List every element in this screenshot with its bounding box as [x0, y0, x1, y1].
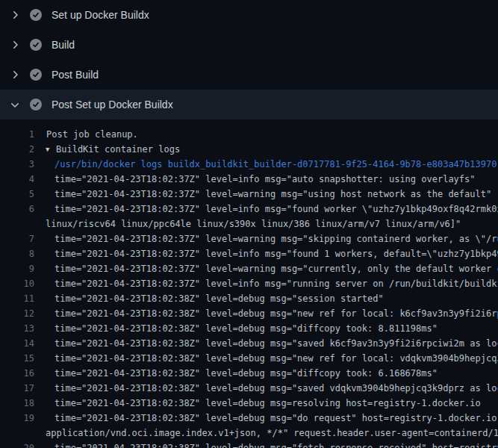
- log-area: 1 Post job cleanup. 2 ▼ BuildKit contain…: [0, 127, 498, 448]
- step-label: Post Set up Docker Buildx: [52, 99, 173, 111]
- line-number[interactable]: 7: [0, 231, 34, 246]
- line-number[interactable]: 1: [0, 127, 34, 142]
- step-row-set-up-docker-buildx[interactable]: Set up Docker Buildx: [0, 0, 498, 30]
- step-label: Build: [52, 39, 75, 51]
- log-line-text: time="2021-04-23T18:02:37Z" level=info m…: [55, 202, 498, 217]
- line-number[interactable]: 12: [0, 306, 34, 321]
- log-line: linux/riscv64 linux/ppc64le linux/s390x …: [0, 217, 498, 231]
- log-line: 13 time="2021-04-23T18:02:38Z" level=deb…: [0, 321, 498, 336]
- chevron-right-icon: [9, 9, 21, 21]
- log-line-text: time="2021-04-23T18:02:37Z" level=info m…: [55, 276, 498, 291]
- line-number[interactable]: 13: [0, 321, 34, 336]
- step-row-post-set-up-docker-buildx[interactable]: Post Set up Docker Buildx: [0, 90, 498, 119]
- log-line-text: time="2021-04-23T18:02:38Z" level=debug …: [55, 336, 498, 351]
- log-line-text: time="2021-04-23T18:02:37Z" level=warnin…: [55, 231, 498, 246]
- log-line-text: time="2021-04-23T18:02:38Z" level=debug …: [55, 306, 498, 321]
- check-circle-icon: [30, 9, 42, 21]
- log-line: 4 time="2021-04-23T18:02:37Z" level=info…: [0, 172, 498, 187]
- step-label: Post Build: [52, 69, 99, 81]
- log-line: 8 time="2021-04-23T18:02:37Z" level=info…: [0, 246, 498, 261]
- log-line: 15 time="2021-04-23T18:02:38Z" level=deb…: [0, 351, 498, 366]
- log-line-text: BuildKit container logs: [56, 142, 180, 157]
- log-line: 7 time="2021-04-23T18:02:37Z" level=warn…: [0, 231, 498, 246]
- log-line: 9 time="2021-04-23T18:02:37Z" level=warn…: [0, 261, 498, 276]
- log-line: 3 /usr/bin/docker logs buildx_buildkit_b…: [0, 157, 498, 172]
- line-number[interactable]: 10: [0, 276, 34, 291]
- step-row-post-build[interactable]: Post Build: [0, 60, 498, 90]
- log-line: 1 Post job cleanup.: [0, 127, 498, 142]
- log-line-text: time="2021-04-23T18:02:37Z" level=warnin…: [55, 261, 498, 276]
- log-line-text: time="2021-04-23T18:02:38Z" level=debug …: [55, 411, 498, 426]
- log-line-text: time="2021-04-23T18:02:38Z" level=debug …: [55, 366, 438, 381]
- chevron-right-icon: [9, 39, 21, 51]
- log-line: 17 time="2021-04-23T18:02:38Z" level=deb…: [0, 381, 498, 396]
- log-line-text: time="2021-04-23T18:02:38Z" level=debug …: [55, 381, 498, 396]
- step-label: Set up Docker Buildx: [52, 9, 149, 21]
- line-number[interactable]: 4: [0, 172, 34, 187]
- line-number[interactable]: 11: [0, 291, 34, 306]
- log-line: application/vnd.oci.image.index.v1+json,…: [0, 426, 498, 441]
- line-number[interactable]: 3: [0, 157, 34, 172]
- log-line-text: time="2021-04-23T18:02:37Z" level=info m…: [55, 172, 476, 187]
- log-line: 11 time="2021-04-23T18:02:38Z" level=deb…: [0, 291, 498, 306]
- chevron-right-icon: [9, 69, 21, 81]
- log-line: 14 time="2021-04-23T18:02:38Z" level=deb…: [0, 336, 498, 351]
- line-number[interactable]: 5: [0, 187, 34, 202]
- log-line: 16 time="2021-04-23T18:02:38Z" level=deb…: [0, 366, 498, 381]
- log-line: 6 time="2021-04-23T18:02:37Z" level=info…: [0, 202, 498, 217]
- log-line-text: time="2021-04-23T18:02:38Z" level=debug …: [55, 291, 384, 306]
- log-line-text: time="2021-04-23T18:02:38Z" level=debug …: [55, 441, 498, 448]
- line-number[interactable]: 19: [0, 411, 34, 426]
- log-line: 10 time="2021-04-23T18:02:37Z" level=inf…: [0, 276, 498, 291]
- line-number[interactable]: 14: [0, 336, 34, 351]
- log-line-text: time="2021-04-23T18:02:37Z" level=info m…: [55, 246, 498, 261]
- steps-list: Set up Docker Buildx Build P: [0, 0, 498, 119]
- log-line-text: time="2021-04-23T18:02:38Z" level=debug …: [55, 396, 481, 411]
- log-line-text: time="2021-04-23T18:02:38Z" level=debug …: [55, 351, 498, 366]
- chevron-down-icon: [9, 99, 21, 111]
- log-line: 19 time="2021-04-23T18:02:38Z" level=deb…: [0, 411, 498, 426]
- log-line-text: /usr/bin/docker logs buildx_buildkit_bui…: [55, 157, 497, 172]
- log-line-text: Post job cleanup.: [46, 127, 138, 142]
- line-number[interactable]: 9: [0, 261, 34, 276]
- check-circle-icon: [30, 69, 42, 81]
- line-number[interactable]: 17: [0, 381, 34, 396]
- log-line[interactable]: 2 ▼ BuildKit container logs: [0, 142, 498, 157]
- line-number[interactable]: 16: [0, 366, 34, 381]
- line-number[interactable]: 6: [0, 202, 34, 217]
- line-number[interactable]: 8: [0, 246, 34, 261]
- line-number[interactable]: 15: [0, 351, 34, 366]
- log-line: 5 time="2021-04-23T18:02:37Z" level=warn…: [0, 187, 498, 202]
- log-line-text: linux/riscv64 linux/ppc64le linux/s390x …: [46, 217, 461, 231]
- log-line-text: time="2021-04-23T18:02:37Z" level=warnin…: [55, 187, 491, 202]
- step-row-build[interactable]: Build: [0, 30, 498, 60]
- log-line: 18 time="2021-04-23T18:02:38Z" level=deb…: [0, 396, 498, 411]
- line-number[interactable]: 2: [0, 142, 34, 157]
- log-line: 12 time="2021-04-23T18:02:38Z" level=deb…: [0, 306, 498, 321]
- line-number[interactable]: 20: [0, 441, 34, 448]
- log-line-text: time="2021-04-23T18:02:38Z" level=debug …: [55, 321, 438, 336]
- log-line: 20 time="2021-04-23T18:02:38Z" level=deb…: [0, 441, 498, 448]
- line-number[interactable]: 18: [0, 396, 34, 411]
- log-line-text: application/vnd.oci.image.index.v1+json,…: [46, 426, 498, 441]
- log-group-triangle-icon[interactable]: ▼: [46, 142, 49, 157]
- check-circle-icon: [30, 99, 42, 111]
- check-circle-icon: [30, 39, 42, 51]
